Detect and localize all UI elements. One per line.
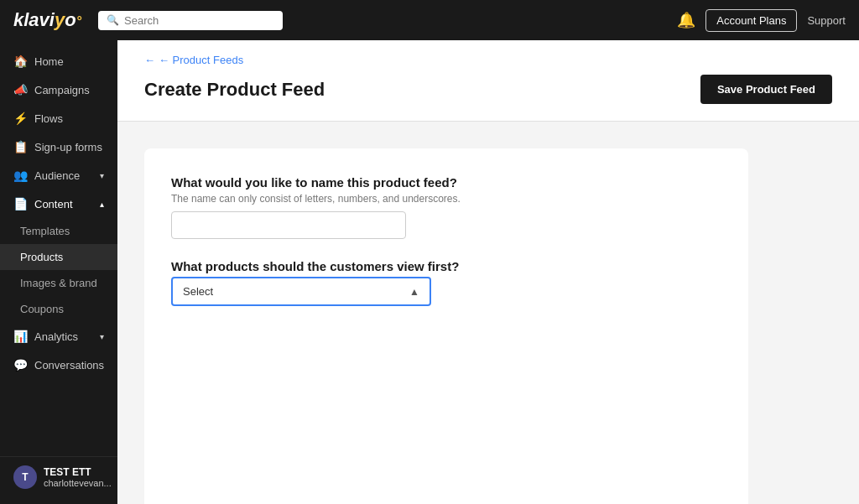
chevron-down-icon: ▾ [100, 171, 104, 180]
products-dropdown-trigger[interactable]: Select ▲ [171, 277, 431, 306]
page-title-row: Create Product Feed Save Product Feed [144, 75, 832, 104]
avatar: T [13, 465, 37, 489]
search-icon: 🔍 [107, 14, 119, 26]
search-input[interactable] [124, 14, 274, 27]
logo-symbol: ° [76, 14, 81, 29]
save-product-feed-button[interactable]: Save Product Feed [700, 75, 832, 104]
home-icon: 🏠 [13, 55, 28, 68]
form-card: What would you like to name this product… [144, 148, 748, 504]
topnav: klaviyo° 🔍 🔔 Account Plans Support [0, 0, 859, 40]
breadcrumb[interactable]: ← ← Product Feeds [144, 54, 832, 66]
campaigns-icon: 📣 [13, 83, 28, 96]
user-info: TEST ETT charlottevevan... [44, 466, 112, 488]
sidebar-item-audience[interactable]: 👥 Audience ▾ [0, 161, 117, 190]
flows-icon: ⚡ [13, 112, 28, 125]
sidebar-item-label: Analytics [34, 330, 78, 343]
user-profile[interactable]: T TEST ETT charlottevevan... ⇅ [0, 456, 117, 497]
sidebar-item-label: Home [34, 55, 64, 68]
audience-icon: 👥 [13, 169, 28, 182]
sidebar-item-flows[interactable]: ⚡ Flows [0, 104, 117, 132]
sidebar-item-label: Sign-up forms [34, 141, 102, 153]
sidebar-item-home[interactable]: 🏠 Home [0, 47, 117, 75]
sidebar-item-analytics[interactable]: 📊 Analytics ▾ [0, 322, 117, 351]
feed-name-group: What would you like to name this product… [171, 175, 721, 239]
user-name: TEST ETT [44, 466, 112, 478]
sidebar-item-coupons[interactable]: Coupons [0, 296, 117, 322]
search-bar[interactable]: 🔍 [98, 11, 283, 30]
feed-name-hint: The name can only consist of letters, nu… [171, 193, 721, 205]
logo: klaviyo° [13, 9, 81, 31]
feed-name-input[interactable] [171, 211, 406, 239]
sidebar-item-images-brand[interactable]: Images & brand [0, 270, 117, 296]
sidebar-item-label: Content [34, 198, 73, 210]
account-plans-button[interactable]: Account Plans [705, 9, 797, 32]
sidebar: 🏠 Home 📣 Campaigns ⚡ Flows 📋 Sign-up for… [0, 40, 117, 504]
sidebar-item-conversations[interactable]: 💬 Conversations [0, 351, 117, 379]
signup-forms-icon: 📋 [13, 140, 28, 153]
support-link[interactable]: Support [807, 14, 846, 27]
chevron-up-icon: ▴ [100, 200, 104, 209]
sidebar-item-label: Audience [34, 169, 80, 182]
conversations-icon: 💬 [13, 358, 28, 372]
main-content: ← ← Product Feeds Create Product Feed Sa… [117, 40, 859, 504]
page-title: Create Product Feed [144, 79, 325, 101]
analytics-icon: 📊 [13, 330, 28, 343]
sidebar-item-label: Flows [34, 112, 63, 125]
sidebar-item-products[interactable]: Products [0, 244, 117, 270]
sidebar-item-signup-forms[interactable]: 📋 Sign-up forms [0, 132, 117, 161]
sidebar-item-label: Campaigns [34, 84, 90, 96]
sidebar-item-label: Conversations [34, 359, 104, 372]
products-order-group: What products should the customers view … [171, 259, 721, 504]
form-area: What would you like to name this product… [117, 122, 859, 504]
content-icon: 📄 [13, 197, 28, 210]
chevron-down-icon: ▾ [100, 332, 104, 341]
back-arrow-icon: ← [144, 54, 155, 66]
sidebar-item-templates[interactable]: Templates [0, 218, 117, 244]
breadcrumb-label: ← Product Feeds [159, 54, 243, 66]
sidebar-item-content[interactable]: 📄 Content ▴ [0, 190, 117, 218]
feed-name-label: What would you like to name this product… [171, 175, 721, 190]
bell-icon[interactable]: 🔔 [677, 11, 695, 29]
chevron-up-icon: ▲ [409, 286, 419, 298]
dropdown-selected-value: Select [183, 285, 213, 298]
logo-accent: y [55, 9, 65, 30]
user-email: charlottevevan... [44, 478, 112, 488]
content-submenu: Templates Products Images & brand Coupon… [0, 218, 117, 322]
sidebar-item-campaigns[interactable]: 📣 Campaigns [0, 75, 117, 104]
page-header: ← ← Product Feeds Create Product Feed Sa… [117, 40, 859, 122]
products-order-label: What products should the customers view … [171, 259, 721, 273]
layout: 🏠 Home 📣 Campaigns ⚡ Flows 📋 Sign-up for… [0, 40, 859, 504]
